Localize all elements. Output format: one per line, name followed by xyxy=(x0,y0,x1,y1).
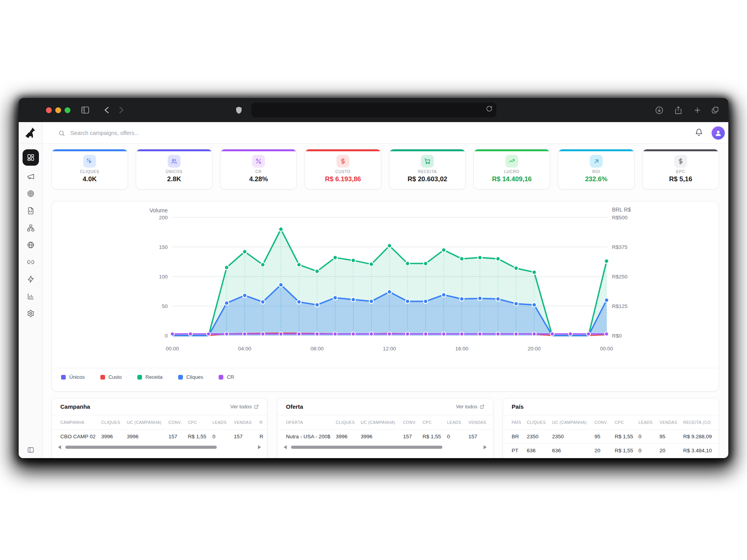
sidebar-item-links-link[interactable] xyxy=(23,255,38,270)
zoom-window-button[interactable] xyxy=(65,107,70,113)
sidebar-item-domains-globe[interactable] xyxy=(23,238,38,252)
stat-card-receita[interactable]: RECEITAR$ 20.603,02 xyxy=(389,149,466,189)
stat-card-custo[interactable]: CUSTOR$ 6.193,86 xyxy=(305,149,381,189)
cell: 0 xyxy=(638,434,659,439)
shield-icon[interactable] xyxy=(233,105,244,116)
horizontal-scrollbar[interactable] xyxy=(52,443,267,449)
svg-text:12:00: 12:00 xyxy=(383,346,396,352)
table-row[interactable]: PT63663620R$ 1,55020R$ 3.484,10 xyxy=(503,443,719,457)
svg-text:100: 100 xyxy=(159,274,168,280)
sidebar-item-dashboard-active[interactable] xyxy=(23,149,39,166)
cell: 3996 xyxy=(127,434,168,439)
sidebar-collapse-icon[interactable] xyxy=(19,446,43,453)
app-logo[interactable] xyxy=(19,122,42,144)
sidebar-item-flows-network[interactable] xyxy=(23,220,38,235)
scrollbar-track[interactable] xyxy=(64,446,255,449)
legend-item-custo[interactable]: Custo xyxy=(100,374,122,380)
ver-todos-link[interactable]: Ver todos xyxy=(230,404,259,410)
downloads-icon[interactable] xyxy=(654,105,665,116)
stat-value: 232.6% xyxy=(558,175,634,183)
stat-label: ROI xyxy=(558,170,634,174)
stat-label: CUSTO xyxy=(305,170,381,174)
new-tab-icon[interactable] xyxy=(692,105,703,116)
user-avatar[interactable] xyxy=(712,126,725,140)
ver-todos-link[interactable]: Ver todos xyxy=(456,404,484,410)
stat-value: R$ 14.409,16 xyxy=(474,175,550,183)
arrow-up-right-icon xyxy=(590,155,603,168)
legend-swatch xyxy=(178,375,183,380)
stat-card-cr[interactable]: CR4.28% xyxy=(220,149,297,189)
legend-label: Custo xyxy=(109,374,122,380)
notifications-bell-icon[interactable] xyxy=(695,128,703,137)
url-address-bar[interactable] xyxy=(251,103,496,117)
cell: 95 xyxy=(659,434,683,439)
settings-gear-icon xyxy=(27,310,35,317)
sidebar-item-reports-bar-chart[interactable] xyxy=(23,289,38,304)
timeseries-chart[interactable]: 200R$500150R$375100R$25050R$1250R$0Volum… xyxy=(52,201,719,365)
cell: 2350 xyxy=(552,434,594,439)
sidebar-item-automation-zap[interactable] xyxy=(23,272,38,287)
table-row[interactable]: CBO CAMP 0239963996157R$ 1,550157R xyxy=(52,429,267,443)
legend-item-cr[interactable]: CR xyxy=(219,374,234,380)
landing-file-code-icon xyxy=(27,207,35,215)
legend-item-únicos[interactable]: Únicos xyxy=(61,374,85,380)
cell: RECEITA (CO xyxy=(683,420,719,425)
cell: CBO CAMP 02 xyxy=(60,434,101,439)
legend-item-cliques[interactable]: Cliques xyxy=(178,374,203,380)
stat-card-roi[interactable]: ROI232.6% xyxy=(558,149,635,189)
scroll-right-icon[interactable] xyxy=(483,445,487,449)
stat-accent-bar xyxy=(136,149,212,151)
toolbar-sidebar-icon[interactable] xyxy=(80,105,91,116)
legend-item-receita[interactable]: Receita xyxy=(137,374,163,380)
scroll-left-icon[interactable] xyxy=(284,445,287,449)
reload-icon[interactable] xyxy=(486,105,493,112)
back-icon[interactable] xyxy=(101,105,112,116)
scrollbar-thumb[interactable] xyxy=(65,446,217,449)
trending-up-icon xyxy=(505,155,518,168)
search-placeholder: Search campaigns, offers... xyxy=(70,130,139,136)
stat-card-únicos[interactable]: ÚNICOS2.8K xyxy=(136,149,212,189)
forward-icon[interactable] xyxy=(116,105,127,116)
cell: UC (CAMPANHA) xyxy=(127,420,168,425)
stat-value: R$ 5,16 xyxy=(643,175,719,183)
stat-card-epc[interactable]: EPCR$ 5,16 xyxy=(642,149,719,189)
sidebar-item-offers-target[interactable] xyxy=(23,186,38,201)
table-row[interactable]: Nutra - USA - 200$39963996157R$ 1,550157 xyxy=(277,429,493,443)
svg-text:200: 200 xyxy=(159,215,168,220)
share-icon[interactable] xyxy=(673,105,684,116)
scrollbar-thumb[interactable] xyxy=(291,446,442,449)
scroll-right-icon[interactable] xyxy=(258,445,261,449)
stat-card-cliques[interactable]: CLIQUES4.0K xyxy=(51,149,128,189)
flows-network-icon xyxy=(27,224,35,232)
search-input[interactable]: Search campaigns, offers... xyxy=(58,122,139,144)
search-icon xyxy=(58,130,65,136)
cell: R xyxy=(260,434,267,439)
cell: LEADS xyxy=(212,420,234,425)
scrollbar-track[interactable] xyxy=(289,446,481,449)
cell: 3996 xyxy=(101,434,127,439)
table-card-oferta: OfertaVer todosOFERTACLIQUESUC (CAMPANHA… xyxy=(277,398,493,458)
scroll-left-icon[interactable] xyxy=(58,445,61,449)
horizontal-scrollbar[interactable] xyxy=(277,443,493,449)
minimize-window-button[interactable] xyxy=(55,107,61,113)
table-row[interactable]: BR2350235095R$ 1,55095R$ 9.288,09 xyxy=(503,429,719,443)
stat-accent-bar xyxy=(389,149,465,151)
dog-logo-icon xyxy=(25,127,37,139)
svg-text:16:00: 16:00 xyxy=(455,346,468,352)
stat-value: R$ 6.193,86 xyxy=(305,175,381,183)
stat-card-lucro[interactable]: LUCROR$ 14.409,16 xyxy=(473,149,550,189)
tab-overview-icon[interactable] xyxy=(710,105,721,116)
campaigns-megaphone-icon xyxy=(27,173,35,180)
sidebar-item-settings-gear[interactable] xyxy=(23,306,38,321)
cell: BR xyxy=(512,434,527,439)
app-header: Search campaigns, offers... xyxy=(19,122,728,144)
svg-text:Volume: Volume xyxy=(149,207,168,214)
sidebar-item-landing-file-code[interactable] xyxy=(23,203,38,218)
legend-label: CR xyxy=(227,374,234,380)
cell: CLIQUES xyxy=(527,420,552,425)
cell: CPC xyxy=(188,420,212,425)
close-window-button[interactable] xyxy=(46,107,52,113)
legend-label: Únicos xyxy=(69,374,85,380)
sidebar-item-campaigns-megaphone[interactable] xyxy=(23,169,38,184)
cell: R$ 1,55 xyxy=(615,434,638,439)
